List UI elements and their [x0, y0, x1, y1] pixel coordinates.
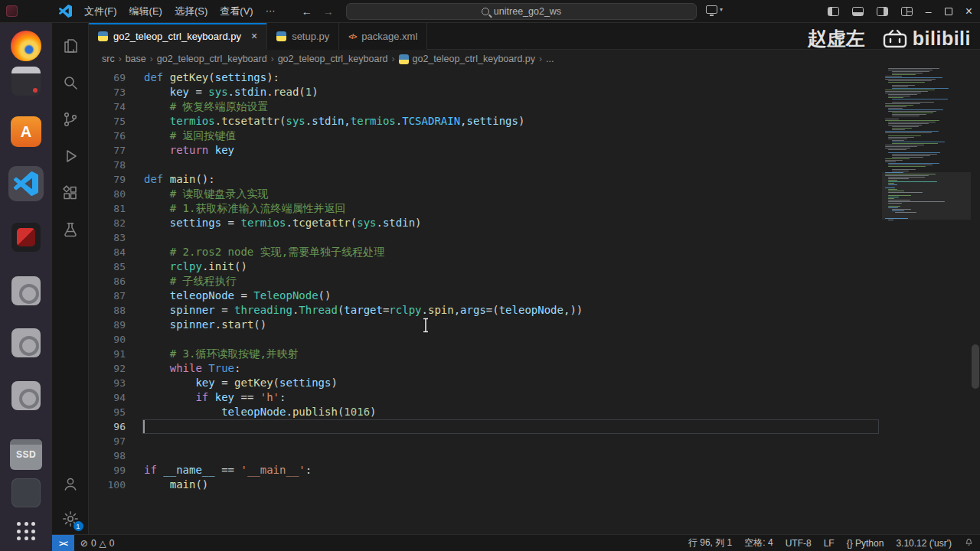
- code-line-98[interactable]: 98: [89, 448, 980, 463]
- code-line-97[interactable]: 97: [89, 434, 980, 448]
- code-line-82[interactable]: 82 settings = termios.tcgetattr(sys.stdi…: [89, 216, 980, 230]
- line-number[interactable]: 98: [89, 448, 126, 463]
- line-number[interactable]: 93: [89, 376, 126, 390]
- tab-close-icon[interactable]: ×: [251, 31, 257, 41]
- menu-item[interactable]: 选择(S): [168, 2, 214, 21]
- code-line-88[interactable]: 88 spinner = threading.Thread(target=rcl…: [89, 303, 980, 318]
- breadcrumb-item[interactable]: go2_teleop_ctrl_keyboard: [157, 54, 267, 64]
- dock-item-dark-app-icon[interactable]: [8, 474, 44, 511]
- line-number[interactable]: 100: [89, 478, 126, 492]
- status-item[interactable]: 3.10.12 ('usr'): [890, 538, 958, 549]
- menu-item[interactable]: 文件(F): [78, 2, 123, 21]
- history-back-icon[interactable]: ←: [302, 5, 312, 18]
- code-line-94[interactable]: 94 if key == 'h':: [89, 390, 980, 405]
- close-button[interactable]: ×: [965, 5, 972, 18]
- run-debug-icon[interactable]: [61, 147, 80, 165]
- line-number[interactable]: 94: [89, 390, 126, 405]
- line-number[interactable]: 96: [89, 419, 126, 434]
- files-icon[interactable]: [61, 37, 80, 55]
- toggle-panel-icon[interactable]: [852, 7, 864, 16]
- source-control-icon[interactable]: [61, 110, 80, 129]
- status-item[interactable]: UTF-8: [779, 538, 818, 549]
- line-number[interactable]: 86: [89, 274, 126, 289]
- line-number[interactable]: 91: [89, 347, 126, 361]
- code-line-69[interactable]: 69def getKey(settings):: [89, 70, 980, 85]
- extensions-icon[interactable]: [61, 184, 80, 202]
- code-editor[interactable]: 69def getKey(settings):73 key = sys.stdi…: [89, 68, 980, 534]
- line-number[interactable]: 97: [89, 434, 126, 448]
- code-line-99[interactable]: 99if __name__ == '__main__':: [89, 463, 980, 478]
- menu-item[interactable]: 编辑(E): [123, 2, 168, 21]
- history-forward-icon[interactable]: →: [323, 5, 334, 18]
- maximize-button[interactable]: [945, 8, 952, 15]
- line-number[interactable]: 92: [89, 361, 126, 376]
- command-center-search[interactable]: unitree_go2_ws: [346, 3, 697, 20]
- code-line-74[interactable]: 74 # 恢复终端原始设置: [89, 99, 980, 114]
- code-line-81[interactable]: 81 # 1.获取标准输入流终端属性并返回: [89, 201, 980, 216]
- dock-item-gray-app-icon-2[interactable]: [8, 324, 44, 361]
- line-number[interactable]: 69: [89, 70, 126, 85]
- dock-item-vscode-icon[interactable]: [8, 165, 44, 202]
- line-number[interactable]: 80: [89, 187, 126, 201]
- scrollbar-thumb[interactable]: [972, 344, 979, 389]
- dock-item-recorder-app-icon[interactable]: [8, 219, 44, 256]
- code-line-87[interactable]: 87 teleopNode = TeleopNode(): [89, 289, 980, 303]
- code-line-85[interactable]: 85 rclpy.init(): [89, 259, 980, 274]
- tab-package.xml[interactable]: </>package.xml: [339, 23, 427, 50]
- breadcrumb-item[interactable]: base: [126, 54, 146, 64]
- line-number[interactable]: 85: [89, 259, 126, 274]
- code-line-96[interactable]: 96: [89, 419, 980, 434]
- notifications-bell-icon[interactable]: [958, 537, 980, 549]
- status-item[interactable]: LF: [818, 538, 841, 549]
- line-number[interactable]: 81: [89, 201, 126, 216]
- tab-setup.py[interactable]: setup.py: [267, 23, 339, 50]
- code-line-84[interactable]: 84 # 2.ros2 node 实现,需要单独子线程处理: [89, 245, 980, 259]
- line-number[interactable]: 83: [89, 230, 126, 245]
- dock-item-gray-app-icon[interactable]: [8, 272, 44, 309]
- dock-item-ssd-drive-icon[interactable]: SSD: [8, 436, 44, 473]
- code-line-89[interactable]: 89 spinner.start(): [89, 318, 980, 332]
- code-line-77[interactable]: 77 return key: [89, 143, 980, 158]
- line-number[interactable]: 82: [89, 216, 126, 230]
- toggle-secondary-sidebar-icon[interactable]: [877, 7, 888, 16]
- line-number[interactable]: 99: [89, 463, 126, 478]
- line-number[interactable]: 84: [89, 245, 126, 259]
- breadcrumb-item[interactable]: go2_teleop_ctrl_keyboard.py: [399, 54, 536, 64]
- tab-go2_teleop_ctrl_keyboard.py[interactable]: go2_teleop_ctrl_keyboard.py×: [89, 23, 267, 50]
- code-line-93[interactable]: 93 key = getKey(settings): [89, 376, 980, 390]
- toggle-primary-sidebar-icon[interactable]: [828, 7, 839, 16]
- remote-indicator[interactable]: ><: [52, 535, 74, 551]
- code-line-79[interactable]: 79def main():: [89, 172, 980, 187]
- line-number[interactable]: 78: [89, 158, 126, 172]
- code-line-100[interactable]: 100 main(): [89, 478, 980, 492]
- line-number[interactable]: 87: [89, 289, 126, 303]
- line-number[interactable]: 90: [89, 332, 126, 347]
- status-item[interactable]: {} Python: [841, 538, 890, 549]
- menu-item[interactable]: 查看(V): [214, 2, 259, 21]
- menu-item[interactable]: ···: [260, 2, 282, 21]
- line-number[interactable]: 79: [89, 172, 126, 187]
- line-number[interactable]: 76: [89, 129, 126, 143]
- line-number[interactable]: 74: [89, 99, 126, 114]
- settings-gear-icon[interactable]: 1: [61, 510, 80, 528]
- search-icon[interactable]: [61, 73, 80, 92]
- breadcrumb-item[interactable]: ...: [546, 54, 554, 64]
- dock-item-terminal-app-icon[interactable]: [8, 63, 44, 99]
- code-line-91[interactable]: 91 # 3.循环读取按键,并映射: [89, 347, 980, 361]
- code-line-95[interactable]: 95 teleopNode.publish(1016): [89, 405, 980, 419]
- code-line-75[interactable]: 75 termios.tcsetattr(sys.stdin,termios.T…: [89, 114, 980, 129]
- line-number[interactable]: 95: [89, 405, 126, 419]
- status-item[interactable]: 行 96, 列 1: [682, 536, 738, 549]
- dock-item-firefox-icon[interactable]: [8, 28, 44, 64]
- dock-item-software-center-icon[interactable]: [8, 113, 44, 150]
- code-line-80[interactable]: 80 # 读取键盘录入实现: [89, 187, 980, 201]
- minimap[interactable]: [882, 68, 971, 534]
- line-number[interactable]: 77: [89, 143, 126, 158]
- line-number[interactable]: 88: [89, 303, 126, 318]
- code-line-73[interactable]: 73 key = sys.stdin.read(1): [89, 85, 980, 99]
- code-line-76[interactable]: 76 # 返回按键值: [89, 129, 980, 143]
- code-line-83[interactable]: 83: [89, 230, 980, 245]
- dock-item-show-apps-icon[interactable]: [8, 513, 44, 549]
- customize-layout-icon[interactable]: [901, 7, 913, 16]
- testing-icon[interactable]: [61, 220, 80, 239]
